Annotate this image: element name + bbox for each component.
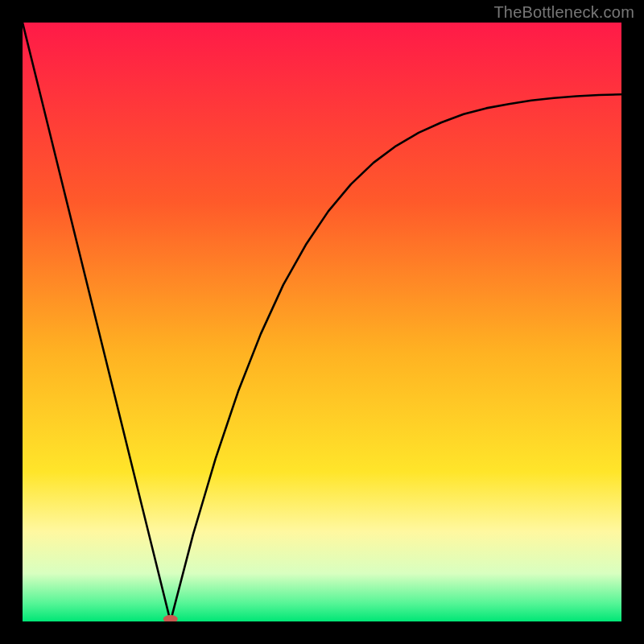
watermark-text: TheBottleneck.com — [493, 3, 634, 22]
chart-svg — [23, 23, 621, 621]
chart-background — [23, 23, 621, 621]
chart-frame — [23, 23, 621, 621]
